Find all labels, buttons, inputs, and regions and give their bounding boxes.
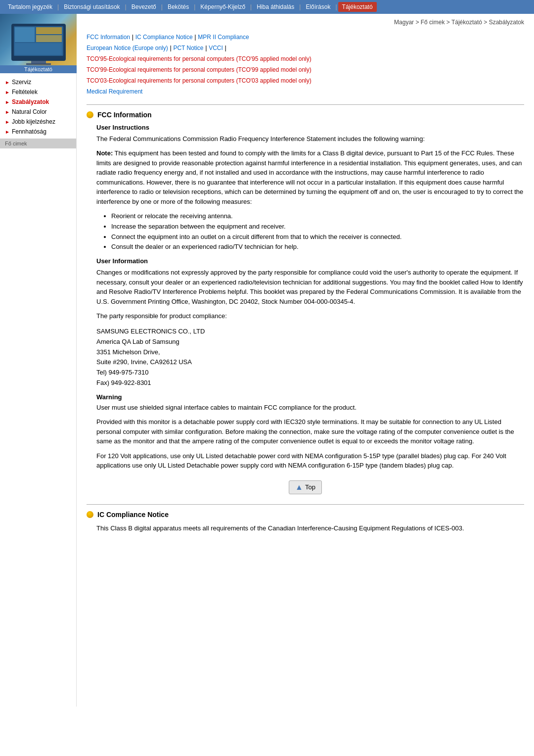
link-mpr[interactable]: MPR II Compliance [198, 34, 249, 41]
link-ic-compliance[interactable]: IC Compliance Notice [135, 34, 193, 41]
svg-rect-2 [15, 27, 35, 42]
link-tco03[interactable]: TCO'03-Ecological requirements for perso… [87, 77, 312, 84]
breadcrumb-text: Magyar > Fő cimek > Tájékoztató > Szabál… [394, 19, 524, 26]
sidebar-nav: ► Szerviz ► Feltételek ► Szabályzatok ► … [0, 73, 76, 152]
sidebar-label-fo-cimek: Fő cimek [5, 141, 27, 146]
top-button-label: Top [305, 483, 315, 491]
note-label: Note: [96, 149, 113, 157]
sidebar-item-feltetelek[interactable]: ► Feltételek [0, 87, 76, 97]
bullet-item-2: Increase the separation between the equi… [111, 222, 524, 232]
sidebar-label-szerviz: Szerviz [12, 79, 31, 86]
arrow-icon-szabalyzatok: ► [5, 99, 10, 105]
svg-rect-6 [31, 61, 46, 63]
sidebar-image-label: Tájékoztató [0, 65, 77, 73]
link-tco99[interactable]: TCO'99-Ecological requirements for perso… [87, 66, 312, 73]
nav-sep-7: | [334, 3, 338, 10]
ic-bullet-icon [87, 511, 93, 518]
arrow-icon-jobb: ► [5, 119, 10, 125]
svg-rect-5 [15, 43, 62, 55]
nav-sep-1: | [56, 3, 60, 10]
link-nav-line5: TCO'03-Ecological requirements for perso… [87, 75, 524, 86]
sidebar-image: Tájékoztató [0, 14, 77, 73]
nav-item-hiba[interactable]: Hiba áthidalás [253, 2, 298, 12]
link-medical[interactable]: Medical Requirement [87, 88, 142, 95]
nav-item-bevezeto[interactable]: Bevezető [128, 2, 160, 12]
fcc-heading-text: FCC Information [97, 111, 152, 119]
nav-item-biztonsagi[interactable]: Biztonsági utasítások [60, 2, 124, 12]
address-text: SAMSUNG ELECTRONICS CO., LTDAmerica QA L… [96, 328, 205, 386]
sep-5: | [224, 44, 226, 51]
sidebar-item-fennhatosag[interactable]: ► Fennhatóság [0, 127, 76, 137]
nav-item-eloirasok[interactable]: Előírások [302, 2, 334, 12]
fcc-bullet-icon [87, 111, 93, 118]
top-arrow-icon: ▲ [295, 483, 303, 492]
link-nav-line1: FCC Information | IC Compliance Notice |… [87, 32, 524, 43]
address-block: SAMSUNG ELECTRONICS CO., LTDAmerica QA L… [96, 327, 524, 388]
link-nav-line3: TCO'95-Ecological requirements for perso… [87, 53, 524, 64]
nav-sep-2: | [124, 3, 128, 10]
main-layout: Tájékoztató ► Szerviz ► Feltételek ► Sza… [0, 14, 534, 707]
volt-text: For 120 Volt applications, use only UL L… [96, 451, 524, 471]
nav-sep-4: | [193, 3, 196, 10]
link-tco95[interactable]: TCO'95-Ecological requirements for perso… [87, 55, 312, 62]
link-nav-line2: European Notice (Europe only) | PCT Noti… [87, 43, 524, 53]
user-info-heading: User Information [96, 257, 524, 265]
link-pct[interactable]: PCT Notice [173, 45, 203, 51]
sidebar-item-szerviz[interactable]: ► Szerviz [0, 77, 76, 87]
nav-item-kepernyo[interactable]: Képernyő-Kijelző [196, 2, 249, 12]
monitor-illustration [9, 21, 68, 66]
sidebar-item-natural-color[interactable]: ► Natural Color [0, 107, 76, 117]
link-nav: FCC Information | IC Compliance Notice |… [87, 32, 524, 97]
power-text: Provided with this monitor is a detachab… [96, 417, 524, 446]
link-fcc-information[interactable]: FCC Information [87, 34, 130, 41]
svg-rect-3 [36, 27, 62, 34]
top-button[interactable]: ▲ Top [289, 480, 322, 494]
top-btn-container: ▲ Top [87, 480, 524, 494]
arrow-icon-szerviz: ► [5, 80, 10, 85]
fcc-section: FCC Information User Instructions The Fe… [87, 111, 524, 494]
nav-sep-5: | [249, 3, 253, 10]
sidebar-label-jobb: Jobb kijelzéshez [12, 118, 55, 125]
user-instructions-text: The Federal Communications Commission Ra… [96, 134, 524, 144]
sidebar-item-fo-cimek[interactable]: Fő cimek [0, 139, 76, 148]
link-nav-line4: TCO'99-Ecological requirements for perso… [87, 64, 524, 75]
content-area: Magyar > Fő cimek > Tájékoztató > Szabál… [77, 14, 534, 707]
nav-sep-6: | [298, 3, 302, 10]
sidebar-label-szabalyzatok: Szabályzatok [12, 98, 49, 105]
note-paragraph: Note: This equipment has been tested and… [96, 148, 524, 206]
sidebar-item-jobb[interactable]: ► Jobb kijelzéshez [0, 117, 76, 127]
link-vcci[interactable]: VCCI [209, 45, 223, 51]
divider-1 [87, 104, 524, 105]
arrow-icon-feltetelek: ► [5, 90, 10, 95]
bullet-item-1: Reorient or relocate the receiving anten… [111, 211, 524, 222]
arrow-icon-natural: ► [5, 109, 10, 115]
top-navigation: Tartalom jegyzék | Biztonsági utasítások… [0, 0, 534, 14]
warning-label: Warning [96, 393, 524, 401]
svg-rect-7 [26, 63, 51, 65]
ic-section: IC Compliance Notice This Class B digita… [87, 511, 524, 533]
warning-text: User must use shielded signal interface … [96, 403, 524, 413]
sidebar-label-feltetelek: Feltételek [12, 89, 38, 95]
svg-rect-4 [36, 35, 62, 42]
party-text: The party responsible for product compli… [96, 311, 524, 322]
sep-1: | [132, 33, 135, 41]
note-text: This equipment has been tested and found… [96, 149, 523, 205]
nav-item-tajekozato[interactable]: Tájékoztató [338, 2, 377, 12]
nav-item-tartalom[interactable]: Tartalom jegyzék [4, 2, 56, 12]
divider-2 [87, 504, 524, 505]
arrow-icon-fennhatosag: ► [5, 129, 10, 135]
bullet-item-3: Connect the equipment into an outlet on … [111, 232, 524, 242]
sidebar-label-fennhatosag: Fennhatóság [12, 128, 46, 135]
fcc-heading: FCC Information [87, 111, 524, 119]
sidebar-item-szabalyzatok[interactable]: ► Szabályzatok [0, 97, 76, 107]
breadcrumb: Magyar > Fő cimek > Tájékoztató > Szabál… [87, 19, 524, 26]
nav-sep-3: | [160, 3, 164, 10]
ic-heading: IC Compliance Notice [87, 511, 524, 519]
link-nav-line6: Medical Requirement [87, 86, 524, 97]
bullet-item-4: Consult the dealer or an experienced rad… [111, 242, 524, 252]
fcc-bullets: Reorient or relocate the receiving anten… [111, 211, 524, 252]
sidebar-label-natural: Natural Color [12, 108, 47, 115]
nav-item-bekotes[interactable]: Bekötés [164, 2, 193, 12]
link-european[interactable]: European Notice (Europe only) [87, 45, 168, 51]
ic-text: This Class B digital apparatus meets all… [96, 523, 524, 533]
